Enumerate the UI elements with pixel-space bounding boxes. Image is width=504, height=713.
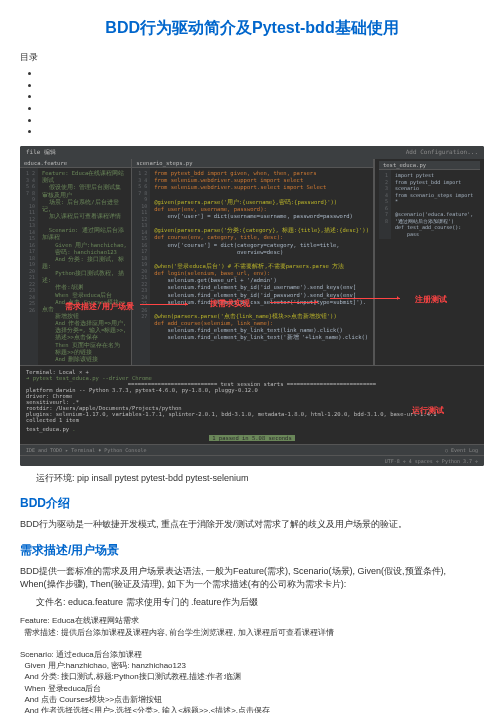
tab-feature: educa.feature — [20, 159, 131, 168]
annotation-run: 运行测试 — [412, 405, 444, 416]
ide-screenshot: file 编辑 Add Configuration... educa.featu… — [20, 146, 484, 466]
feature-code: Feature: Educa在线课程网站测试 假设使用: 管理后台测试集审核及用… — [38, 168, 131, 365]
annotation-mid: 按需求实现 — [210, 298, 250, 309]
toc-item[interactable] — [40, 91, 484, 103]
toc-item[interactable] — [40, 115, 484, 127]
terminal-line: plugins: selenium-1.17.0, variables-1.7.… — [26, 411, 478, 417]
prompt: ➜ — [26, 375, 33, 381]
toc-item[interactable] — [40, 80, 484, 92]
arrow-icon — [330, 298, 400, 299]
bdd-intro-text: BDD行为驱动是一种敏捷开发模式, 重点在于消除开发/测试对需求了解的歧义及用户… — [20, 518, 484, 532]
status-right: ○ Event Log — [445, 447, 478, 453]
line-gutter: 1 2 3 4 5 6 7 8 9 10 11 12 13 14 15 16 1… — [132, 168, 150, 365]
terminal-pass: 1 passed in 5.08 seconds — [209, 435, 294, 441]
bdd-intro-heading: BDD介绍 — [20, 495, 484, 512]
file-line: 文件名: educa.feature 需求使用专门的 .feature作为后缀 — [20, 596, 484, 610]
line-gutter: 1 2 3 4 5 6 7 8 — [379, 170, 391, 239]
annotation-left: 需求描述/用户场景 — [65, 301, 134, 312]
status-bar: IDE and TODO ▸ Terminal ♦ Python Console… — [20, 444, 484, 455]
toc-item[interactable] — [40, 68, 484, 80]
arrow-icon — [140, 304, 188, 305]
toc-item[interactable] — [40, 103, 484, 115]
status-bar-2: UTF-8 ÷ 4 spaces ÷ Python 3.7 ÷ — [20, 455, 484, 466]
terminal-panel: Terminal: Local × + ➜ pytest test_educa.… — [20, 365, 484, 444]
scene-heading: 需求描述/用户场景 — [20, 542, 484, 559]
run-env: 运行环境: pip insall pytest pytest-bdd pytes… — [20, 472, 484, 486]
steps-code: from pytest_bdd import given, when, then… — [150, 168, 373, 365]
ide-menu: file 编辑 — [26, 148, 56, 157]
test-code: import pytest from pytest_bdd import sce… — [391, 170, 480, 239]
terminal-line: collected 1 item — [26, 417, 478, 423]
scene-text: BDD提供一套标准的需求及用户场景表达语法, 一般为Feature(需求), S… — [20, 565, 484, 592]
status-info: UTF-8 ÷ 4 spaces ÷ Python 3.7 ÷ — [385, 458, 478, 464]
annotation-right: 注册测试 — [415, 294, 447, 305]
feature-code-block: Feature: Educa在线课程网站需求 需求描述: 提供后台添加课程及课程… — [20, 615, 484, 713]
right-pane: test_educa.py 1 2 3 4 5 6 7 8 import pyt… — [374, 159, 484, 365]
toc-list — [40, 68, 484, 138]
page-title: BDD行为驱动简介及Pytest-bdd基础使用 — [20, 18, 484, 39]
tab-test: test_educa.py — [379, 161, 480, 170]
terminal-file: test_educa.py — [26, 426, 72, 432]
line-gutter: 1 2 3 4 5 6 7 8 9 10 11 12 13 14 15 16 1… — [20, 168, 38, 365]
ide-config: Add Configuration... — [406, 148, 478, 157]
toc-item[interactable] — [40, 126, 484, 138]
arrow-icon — [270, 302, 318, 303]
toc-label: 目录 — [20, 51, 484, 64]
tab-steps: scenario_steps.py — [132, 159, 373, 168]
terminal-dot: . — [72, 426, 75, 432]
status-left: IDE and TODO ▸ Terminal ♦ Python Console — [26, 447, 146, 453]
